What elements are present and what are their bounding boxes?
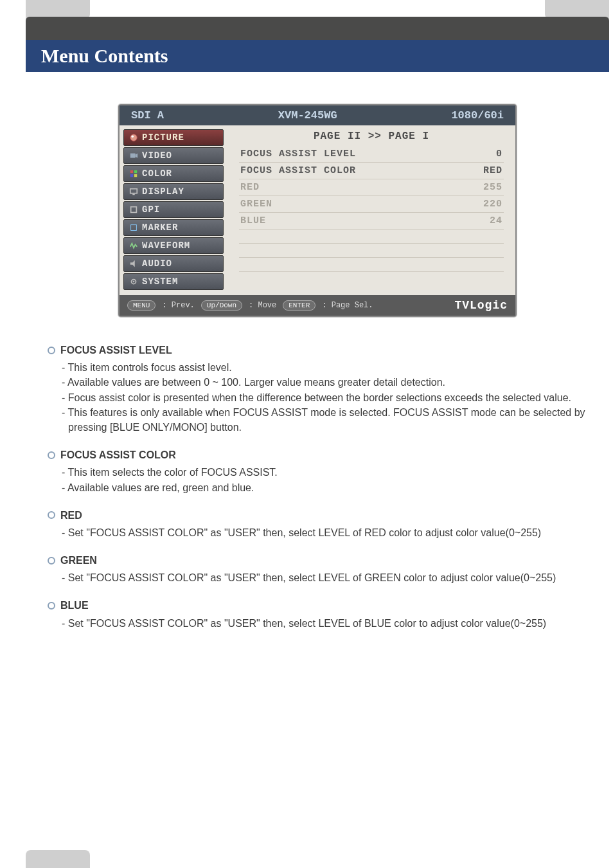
osd-sidebar-label: MARKER [142, 222, 178, 233]
osd-row-blank [239, 258, 504, 272]
osd-footer-updown-text: : Move [249, 301, 276, 310]
osd-footer: MENU : Prev. Up/Down : Move ENTER : Page… [120, 295, 515, 316]
section-line: This features is only available when FOC… [62, 405, 587, 435]
osd-sidebar-label: COLOR [142, 168, 172, 179]
osd-sidebar-item-picture[interactable]: PICTURE [123, 129, 224, 146]
osd-footer-enter-text: : Page Sel. [322, 301, 373, 310]
svg-rect-2 [130, 154, 136, 158]
section-line: Set "FOCUS ASSIST COLOR" as "USER" then,… [62, 525, 587, 540]
section-title: GREEN [60, 553, 97, 568]
section-focus-assist-level: FOCUS ASSIST LEVEL This item controls fo… [48, 343, 587, 435]
osd-sidebar-label: WAVEFORM [142, 240, 190, 251]
section-title: RED [60, 508, 82, 523]
color-icon [129, 169, 138, 178]
section-title: FOCUS ASSIST COLOR [60, 448, 176, 462]
description-sections: FOCUS ASSIST LEVEL This item controls fo… [48, 343, 587, 631]
video-icon [129, 151, 138, 160]
section-blue: BLUE Set "FOCUS ASSIST COLOR" as "USER" … [48, 598, 587, 630]
svg-point-0 [130, 134, 138, 141]
osd-sidebar-item-audio[interactable]: AUDIO [123, 255, 224, 272]
osd-row[interactable]: FOCUS ASSIST COLOR RED [239, 163, 504, 179]
picture-icon [129, 133, 138, 142]
content-area: SDI A XVM-245WG 1080/60i PICTURE [26, 72, 609, 849]
osd-main-panel: PAGE II >> PAGE I FOCUS ASSIST LEVEL 0 F… [227, 125, 515, 295]
bullet-ring-icon [48, 511, 55, 519]
osd-sidebar-item-color[interactable]: COLOR [123, 165, 224, 182]
osd-row-blank [239, 244, 504, 258]
osd-row-value: 0 [496, 149, 502, 159]
osd-footer-menu-text: : Prev. [162, 301, 194, 310]
osd-row-value: RED [483, 165, 502, 176]
osd-top-bar: SDI A XVM-245WG 1080/60i [120, 105, 515, 125]
osd-row[interactable]: BLUE 24 [239, 213, 504, 230]
osd-sidebar: PICTURE VIDEO COLOR [120, 125, 227, 295]
osd-screenshot: SDI A XVM-245WG 1080/60i PICTURE [118, 104, 517, 317]
osd-sidebar-item-system[interactable]: SYSTEM [123, 273, 224, 290]
osd-footer-updown-pill: Up/Down [201, 300, 242, 311]
osd-row[interactable]: GREEN 220 [239, 196, 504, 213]
osd-sidebar-label: VIDEO [142, 150, 172, 161]
section-line: Set "FOCUS ASSIST COLOR" as "USER" then,… [62, 616, 587, 631]
osd-row-blank [239, 230, 504, 244]
osd-sidebar-label: AUDIO [142, 258, 172, 269]
svg-rect-7 [134, 174, 137, 177]
osd-sidebar-item-marker[interactable]: MARKER [123, 219, 224, 236]
osd-footer-brand: TVLogic [454, 299, 508, 312]
osd-row-value: 24 [490, 215, 502, 226]
osd-footer-enter-pill: ENTER [283, 300, 315, 311]
section-focus-assist-color: FOCUS ASSIST COLOR This item selects the… [48, 448, 587, 495]
bullet-ring-icon [48, 451, 55, 459]
osd-sidebar-label: SYSTEM [142, 276, 178, 287]
svg-point-1 [132, 136, 134, 138]
gpi-icon [129, 205, 138, 214]
osd-sidebar-item-gpi[interactable]: GPI [123, 201, 224, 218]
svg-rect-8 [130, 189, 138, 194]
osd-sidebar-label: DISPLAY [142, 186, 184, 197]
title-band: Menu Contents [26, 40, 609, 72]
bullet-ring-icon [48, 557, 55, 565]
osd-input-label: SDI A [131, 109, 164, 122]
osd-row-label: FOCUS ASSIST LEVEL [240, 149, 356, 159]
svg-rect-10 [131, 207, 137, 213]
osd-row-label: BLUE [240, 215, 266, 226]
osd-sidebar-item-video[interactable]: VIDEO [123, 147, 224, 164]
waveform-icon [129, 241, 138, 250]
section-line: Set "FOCUS ASSIST COLOR" as "USER" then,… [62, 570, 587, 585]
osd-row-label: FOCUS ASSIST COLOR [240, 165, 356, 176]
osd-sidebar-item-display[interactable]: DISPLAY [123, 183, 224, 200]
section-line: This item selects the color of FOCUS ASS… [62, 465, 587, 480]
section-green: GREEN Set "FOCUS ASSIST COLOR" as "USER"… [48, 553, 587, 585]
osd-row-value: 255 [483, 182, 502, 193]
svg-rect-6 [130, 174, 133, 177]
svg-rect-11 [131, 225, 137, 231]
gear-icon [129, 277, 138, 286]
display-icon [129, 187, 138, 196]
osd-model-label: XVM-245WG [278, 109, 337, 122]
section-line: Available values are between 0 ~ 100. La… [62, 375, 587, 390]
osd-row-value: 220 [483, 199, 502, 210]
page-tab-bottom-left [26, 850, 90, 868]
osd-format-label: 1080/60i [451, 109, 504, 122]
osd-row-label: RED [240, 182, 260, 193]
section-red: RED Set "FOCUS ASSIST COLOR" as "USER" t… [48, 508, 587, 540]
svg-rect-4 [130, 170, 133, 173]
page-title: Menu Contents [41, 45, 168, 67]
svg-rect-9 [132, 194, 135, 195]
section-line: This item controls focus assist level. [62, 360, 587, 375]
section-title: BLUE [60, 598, 89, 613]
svg-rect-5 [134, 170, 137, 173]
audio-icon [129, 259, 138, 268]
section-line: Available values are red, green and blue… [62, 480, 587, 495]
osd-row[interactable]: RED 255 [239, 179, 504, 196]
svg-marker-3 [136, 154, 138, 158]
osd-sidebar-item-waveform[interactable]: WAVEFORM [123, 237, 224, 254]
svg-point-14 [133, 281, 135, 283]
osd-row-label: GREEN [240, 199, 272, 210]
osd-sidebar-label: GPI [142, 204, 160, 215]
osd-page-header: PAGE II >> PAGE I [239, 129, 504, 146]
osd-footer-menu-pill: MENU [127, 300, 155, 311]
bullet-ring-icon [48, 602, 55, 610]
osd-sidebar-label: PICTURE [142, 132, 184, 143]
osd-row[interactable]: FOCUS ASSIST LEVEL 0 [239, 146, 504, 163]
section-title: FOCUS ASSIST LEVEL [60, 343, 172, 357]
